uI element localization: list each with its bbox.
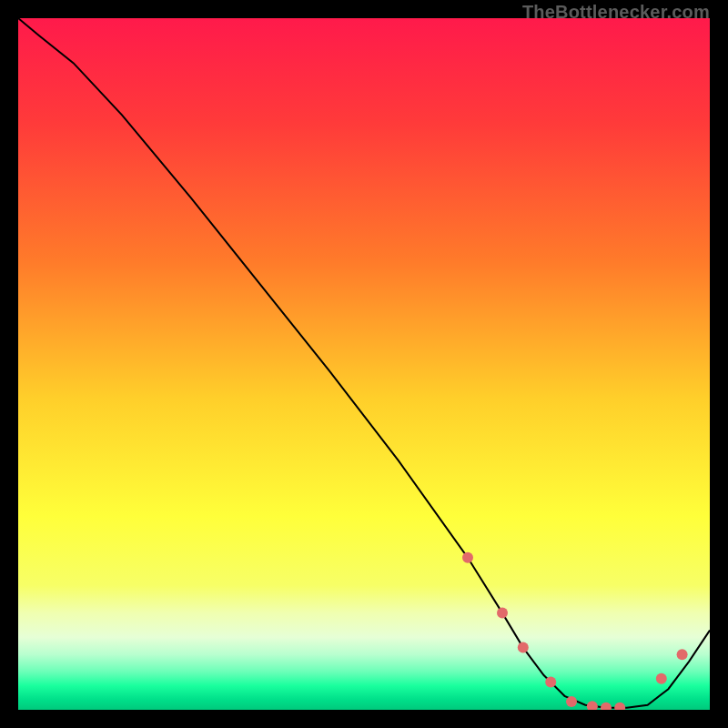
data-marker xyxy=(518,642,529,653)
data-marker xyxy=(545,677,556,688)
plot-area xyxy=(18,18,710,710)
data-marker xyxy=(462,552,473,563)
gradient-background xyxy=(18,18,710,710)
data-marker xyxy=(566,696,577,707)
data-marker xyxy=(677,649,688,660)
data-marker xyxy=(497,608,508,619)
data-marker xyxy=(656,673,667,684)
chart-svg xyxy=(18,18,710,710)
chart-stage: TheBottlenecker.com xyxy=(0,0,728,728)
